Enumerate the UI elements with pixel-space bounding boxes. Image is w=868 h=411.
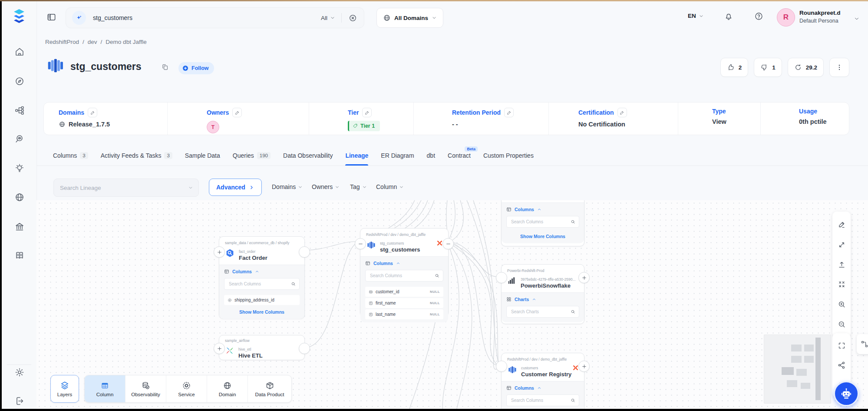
- meta-label[interactable]: Owners: [207, 109, 229, 116]
- column-row[interactable]: last_name NULL: [365, 309, 443, 319]
- columns-section-toggle[interactable]: Columns: [365, 261, 443, 266]
- sidebar-toggle-icon[interactable]: [46, 12, 56, 22]
- charts-section-toggle[interactable]: Charts: [506, 297, 579, 302]
- user-avatar[interactable]: R: [777, 8, 795, 27]
- expand-upstream-port[interactable]: [214, 246, 225, 258]
- help-icon[interactable]: [754, 12, 763, 21]
- expand-upstream-port[interactable]: [214, 343, 225, 354]
- share-nodes-icon[interactable]: [838, 361, 846, 369]
- lineage-canvas[interactable]: Columns Show More Columns sample_data / …: [36, 200, 868, 409]
- notifications-bell-icon[interactable]: [724, 12, 733, 21]
- tab-contract[interactable]: ContractBeta: [448, 145, 471, 166]
- filter-domains-dropdown[interactable]: Domains: [272, 183, 303, 190]
- tab-data-observability[interactable]: Data Observability: [283, 145, 333, 166]
- remove-node-icon[interactable]: [572, 365, 579, 371]
- layers-button[interactable]: Layers: [50, 375, 79, 403]
- column-row[interactable]: customer_id NULL: [365, 287, 443, 297]
- breadcrumb-item[interactable]: dev: [88, 39, 97, 45]
- meta-label[interactable]: Tier: [348, 109, 359, 116]
- node-column-search[interactable]: [506, 216, 579, 228]
- advanced-filters-button[interactable]: Advanced: [209, 179, 262, 196]
- filter-owners-dropdown[interactable]: Owners: [312, 183, 340, 190]
- search-input[interactable]: [92, 14, 315, 22]
- lineage-node-stg-customers[interactable]: RedshiftProd / dev / demo_dbt_jaffle stg…: [360, 228, 449, 317]
- upstream-port[interactable]: [496, 361, 507, 372]
- node-title[interactable]: Customer Registry: [521, 372, 571, 377]
- filter-tag-dropdown[interactable]: Tag: [350, 183, 367, 190]
- node-chart-search[interactable]: [506, 306, 579, 318]
- filter-column-dropdown[interactable]: Column: [376, 183, 404, 190]
- insights-bulb-icon[interactable]: [14, 163, 25, 174]
- node-search-input[interactable]: [510, 398, 571, 403]
- tier-badge[interactable]: Tier 1: [348, 121, 380, 131]
- breadcrumb-item[interactable]: RedshiftProd: [45, 39, 79, 45]
- node-title[interactable]: Hive ETL: [238, 353, 263, 358]
- tab-queries[interactable]: Queries190: [233, 145, 271, 166]
- tab-sample-data[interactable]: Sample Data: [185, 145, 220, 166]
- node-search-input[interactable]: [510, 219, 571, 225]
- tab-columns[interactable]: Columns3: [53, 145, 88, 166]
- meta-label[interactable]: Certification: [578, 109, 614, 116]
- downvote-button[interactable]: 1: [754, 58, 782, 77]
- remove-node-icon[interactable]: [436, 240, 443, 246]
- more-actions-button[interactable]: [829, 58, 849, 77]
- lineage-node-customer-registry[interactable]: RedshiftProd / dev / demo_dbt_jaffle cus…: [501, 353, 584, 409]
- node-title[interactable]: stg_customers: [380, 247, 420, 252]
- upvote-button[interactable]: 2: [720, 58, 749, 77]
- lineage-node-powerbi-snowflake[interactable]: Powerbi-Redshift-Prod 397bebdc-4279-4ffe…: [501, 264, 584, 324]
- node-title[interactable]: Fact Order: [239, 255, 267, 261]
- logout-icon[interactable]: [14, 396, 25, 406]
- expand-downstream-port[interactable]: [578, 272, 590, 283]
- upstream-port[interactable]: [496, 272, 507, 283]
- domains-value[interactable]: Release_1.7.5: [69, 121, 110, 128]
- tab-lineage[interactable]: Lineage: [345, 145, 368, 166]
- layer-column-button[interactable]: Column: [85, 375, 125, 402]
- lineage-node-hive-etl[interactable]: sample_airflow hive_etl Hive ETL: [219, 335, 305, 360]
- lineage-path-panel-tab[interactable]: [857, 334, 868, 354]
- fit-to-screen-icon[interactable]: [838, 280, 846, 288]
- zoom-in-icon[interactable]: [838, 300, 846, 308]
- node-search-input[interactable]: [369, 273, 435, 278]
- zoom-out-icon[interactable]: [838, 320, 846, 328]
- lineage-node-fact-order[interactable]: sample_data / ecommerce_db / shopify fac…: [219, 236, 305, 319]
- column-row[interactable]: first_name NULL: [365, 298, 443, 308]
- columns-section-toggle[interactable]: Columns: [224, 269, 300, 274]
- downstream-port[interactable]: [299, 246, 310, 258]
- all-domains-dropdown[interactable]: All Domains: [376, 8, 443, 28]
- edit-owners-button[interactable]: [232, 108, 242, 117]
- lineage-minimap[interactable]: [764, 335, 831, 404]
- edit-tier-button[interactable]: [362, 108, 372, 117]
- ai-assistant-button[interactable]: [834, 381, 859, 406]
- columns-section-toggle[interactable]: Columns: [506, 385, 579, 391]
- tab-activity-feeds[interactable]: Activity Feeds & Tasks3: [101, 145, 172, 166]
- node-search-input[interactable]: [510, 309, 571, 315]
- show-more-columns-link[interactable]: Show More Columns: [506, 231, 579, 242]
- resize-arrow-icon[interactable]: [838, 241, 846, 249]
- column-row[interactable]: shipping_address_id: [224, 295, 300, 305]
- discover-compass-icon[interactable]: [14, 76, 25, 86]
- chevron-down-icon[interactable]: [854, 16, 860, 22]
- tab-er-diagram[interactable]: ER Diagram: [381, 145, 414, 166]
- node-column-search[interactable]: [224, 278, 300, 290]
- tab-dbt[interactable]: dbt: [427, 145, 435, 166]
- follow-button[interactable]: Follow: [178, 62, 214, 74]
- meta-label[interactable]: Retention Period: [452, 109, 501, 116]
- lineage-search-input[interactable]: [54, 185, 188, 191]
- node-search-input[interactable]: [228, 281, 291, 287]
- meta-label[interactable]: Domains: [59, 109, 84, 116]
- node-column-search[interactable]: [506, 394, 579, 406]
- layer-domain-button[interactable]: Domain: [207, 375, 248, 402]
- lineage-search[interactable]: [53, 179, 199, 197]
- layer-observability-button[interactable]: Observability: [125, 375, 166, 402]
- home-icon[interactable]: [14, 46, 25, 57]
- node-title[interactable]: PowerbiSnowflake: [521, 283, 576, 288]
- columns-section-toggle[interactable]: Columns: [506, 207, 579, 212]
- layer-service-button[interactable]: Service: [166, 375, 207, 402]
- atlan-logo[interactable]: [11, 8, 27, 25]
- node-column-search[interactable]: [365, 270, 443, 282]
- global-search-bar[interactable]: All: [66, 7, 364, 28]
- lineage-node-partial[interactable]: Columns Show More Columns: [501, 200, 584, 246]
- edit-certification-button[interactable]: [617, 108, 627, 117]
- copy-name-icon[interactable]: [162, 63, 169, 71]
- collapse-upstream-port[interactable]: [355, 238, 366, 249]
